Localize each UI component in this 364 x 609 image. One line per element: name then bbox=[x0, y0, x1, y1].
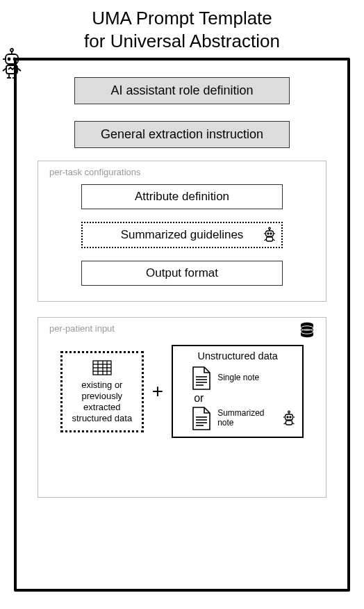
summarized-guidelines-box: Summarized guidelines bbox=[81, 222, 283, 248]
svg-point-0 bbox=[10, 49, 13, 51]
database-icon bbox=[299, 322, 315, 339]
svg-rect-44 bbox=[286, 414, 293, 420]
svg-point-14 bbox=[269, 227, 271, 229]
structured-data-text: existing or previously extracted structu… bbox=[68, 380, 136, 425]
single-note-label: Single note bbox=[217, 373, 267, 383]
summarized-note-label: Summarized note bbox=[217, 409, 267, 428]
per-patient-section: per-patient input existing or previously… bbox=[38, 317, 326, 498]
per-patient-label: per-patient input bbox=[49, 323, 115, 334]
robot-icon bbox=[262, 227, 277, 243]
per-task-section: per-task configurations Attribute defini… bbox=[38, 161, 326, 302]
title-line2: for Universal Abstraction bbox=[14, 30, 350, 53]
title-line1: UMA Prompt Template bbox=[14, 7, 350, 30]
summarized-guidelines-text: Summarized guidelines bbox=[121, 228, 244, 241]
diagram-title: UMA Prompt Template for Universal Abstra… bbox=[14, 7, 350, 52]
plus-symbol: + bbox=[151, 380, 165, 403]
template-frame: AI assistant role definition General ext… bbox=[14, 58, 350, 592]
svg-rect-16 bbox=[266, 231, 274, 236]
attribute-definition-box: Attribute definition bbox=[81, 184, 283, 209]
svg-rect-21 bbox=[267, 237, 273, 241]
document-icon bbox=[191, 406, 212, 431]
grid-icon bbox=[68, 360, 136, 375]
svg-point-45 bbox=[287, 416, 288, 418]
unstructured-data-box: Unstructured data Single note or Summari… bbox=[172, 345, 304, 438]
robot-icon bbox=[281, 410, 297, 427]
document-icon bbox=[191, 366, 212, 391]
svg-point-46 bbox=[290, 416, 291, 418]
single-note-row: Single note bbox=[191, 366, 295, 391]
svg-point-42 bbox=[288, 411, 290, 413]
structured-data-box: existing or previously extracted structu… bbox=[60, 351, 144, 432]
svg-point-17 bbox=[267, 233, 269, 234]
role-definition-box: AI assistant role definition bbox=[74, 77, 290, 104]
summarized-note-row: Summarized note bbox=[191, 406, 295, 431]
or-text: or bbox=[194, 392, 295, 405]
output-format-box: Output format bbox=[81, 261, 283, 286]
unstructured-title: Unstructured data bbox=[180, 350, 295, 362]
svg-point-18 bbox=[270, 233, 272, 234]
extraction-instruction-box: General extraction instruction bbox=[74, 121, 290, 148]
svg-rect-49 bbox=[286, 421, 292, 425]
per-task-label: per-task configurations bbox=[49, 167, 315, 177]
svg-point-3 bbox=[8, 58, 10, 60]
